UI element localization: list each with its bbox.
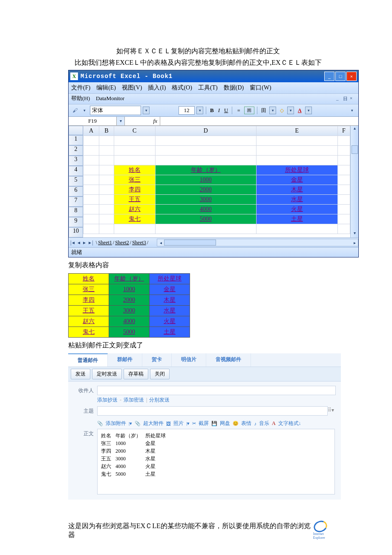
menu-tools[interactable]: 工具(T): [198, 84, 218, 92]
row-header[interactable]: 6: [69, 186, 83, 197]
subject-opts-icon[interactable]: ⠿▾: [328, 407, 335, 415]
ie-icon[interactable]: Internet Explorer: [313, 521, 328, 540]
text-format-link[interactable]: 文字格式↓: [278, 420, 301, 427]
menu-edit[interactable]: 编辑(E): [96, 84, 116, 92]
col-header[interactable]: D: [155, 126, 256, 136]
col-header[interactable]: A: [84, 126, 99, 136]
close-mail-button[interactable]: 关闭: [150, 369, 170, 379]
tab-postcard[interactable]: 明信片: [172, 353, 206, 367]
workbook-restore-icon[interactable]: 日: [343, 95, 349, 101]
fontsize-selector[interactable]: 12: [179, 106, 195, 115]
row-header[interactable]: 1: [69, 135, 83, 145]
menu-file[interactable]: 文件(F): [71, 84, 90, 92]
col-header[interactable]: E: [257, 126, 338, 136]
fill-dd-icon[interactable]: ▾: [287, 107, 294, 114]
cell: 年龄（岁）: [155, 165, 256, 175]
tab-normal-mail[interactable]: 普通邮件: [68, 353, 108, 367]
cell: 3000: [155, 195, 256, 205]
menu-format[interactable]: 格式(O): [172, 84, 192, 92]
sheet-nav-buttons[interactable]: |◂ ◂ ▸ ▸|: [69, 240, 96, 246]
mail-body-editor[interactable]: 姓名年龄（岁）所处星球 张三1000金星 李四2000木星 王五3000水星 赵…: [97, 429, 335, 494]
row-header[interactable]: 10: [69, 227, 83, 237]
music-link[interactable]: 音乐: [259, 420, 269, 427]
col-header[interactable]: F: [337, 126, 350, 136]
select-all-corner[interactable]: [69, 126, 83, 135]
clip-icon: 📎: [97, 421, 103, 426]
screenshot-link[interactable]: 截屏: [199, 420, 209, 427]
music-icon: ♪: [254, 421, 257, 426]
row-header[interactable]: 7: [69, 197, 83, 207]
font-selector[interactable]: 宋体: [90, 106, 141, 115]
font-color-icon[interactable]: A: [296, 107, 303, 114]
format-painter-icon[interactable]: 🖌: [71, 107, 79, 114]
scroll-up-icon[interactable]: ▴: [351, 126, 358, 133]
toolbar-opts2-icon[interactable]: ▾: [348, 107, 356, 114]
send-separately-link[interactable]: 分别发送: [149, 397, 170, 403]
add-cc-link[interactable]: 添加抄送: [97, 397, 118, 403]
tab-greeting-card[interactable]: 贺卡: [142, 353, 172, 367]
row-header[interactable]: 9: [69, 217, 83, 227]
workbook-close-icon[interactable]: ×: [350, 95, 356, 101]
row-header[interactable]: 5: [69, 176, 83, 186]
align-left-icon[interactable]: ≡: [235, 107, 242, 114]
sheet-tab[interactable]: Sheet1: [97, 240, 113, 246]
workbook-minimize-icon[interactable]: _: [336, 95, 342, 101]
big-attachment-link[interactable]: 超大附件: [143, 420, 164, 427]
merge-center-icon[interactable]: 圉: [244, 107, 254, 114]
add-bcc-link[interactable]: 添加密送: [124, 397, 144, 403]
fontcolor-dd-icon[interactable]: ▾: [305, 107, 312, 114]
menu-help[interactable]: 帮助(H): [71, 95, 90, 102]
formula-input[interactable]: [160, 117, 358, 125]
horizontal-scrollbar[interactable]: ◂ ▸: [157, 239, 358, 246]
font-dropdown-icon[interactable]: ▾: [143, 107, 150, 114]
borders-dd-icon[interactable]: ▾: [269, 107, 276, 114]
toolbar-opts-icon[interactable]: ▾: [81, 107, 88, 114]
menu-insert[interactable]: 插入(I): [148, 84, 166, 92]
excel-menubar-2: 帮助(H) DataMonitor _ 日 ×: [69, 94, 358, 104]
sheet-tab[interactable]: Sheet2: [114, 240, 130, 246]
save-draft-button[interactable]: 存草稿: [124, 369, 148, 379]
add-attachment-link[interactable]: 添加附件: [106, 420, 126, 427]
row-header[interactable]: 4: [69, 166, 83, 176]
tab-av-mail[interactable]: 音视频邮件: [206, 353, 251, 367]
scroll-down-icon[interactable]: ▾: [351, 231, 358, 237]
close-button[interactable]: ×: [346, 72, 357, 81]
col-header[interactable]: C: [114, 126, 155, 136]
italic-button[interactable]: I: [217, 107, 221, 114]
recipient-input[interactable]: [97, 386, 336, 395]
vertical-scrollbar[interactable]: ▴ ▾: [350, 126, 358, 237]
minimize-button[interactable]: _: [324, 72, 334, 81]
menu-view[interactable]: 视图(V): [122, 84, 142, 92]
netdisk-link[interactable]: 网盘: [220, 420, 230, 427]
fontsize-dropdown-icon[interactable]: ▾: [196, 107, 203, 114]
row-header[interactable]: 8: [69, 207, 83, 217]
row-header[interactable]: 3: [69, 156, 83, 166]
spreadsheet-grid[interactable]: A B C D E F 姓名年龄（岁）所处星球 张三1000金星 李四2000木…: [83, 126, 350, 234]
scroll-left-icon[interactable]: ◂: [157, 240, 164, 245]
send-button[interactable]: 发送: [71, 369, 90, 379]
menu-data[interactable]: 数据(D): [224, 84, 244, 92]
maximize-button[interactable]: □: [335, 72, 346, 81]
menu-datamonitor[interactable]: DataMonitor: [96, 95, 124, 102]
namebox-dropdown-icon[interactable]: ▾: [117, 117, 125, 125]
hscroll-thumb[interactable]: [164, 240, 216, 246]
subject-label: 主题: [74, 406, 94, 415]
scroll-thumb[interactable]: [352, 145, 358, 154]
col-header[interactable]: B: [99, 126, 114, 136]
emoji-icon: 😊: [233, 421, 239, 426]
underline-button[interactable]: U: [223, 107, 229, 114]
name-box[interactable]: F19: [69, 117, 117, 125]
emoji-link[interactable]: 表情: [241, 420, 251, 427]
subject-input[interactable]: [97, 406, 328, 416]
cell: 李四: [114, 185, 155, 195]
menu-window[interactable]: 窗口(W): [250, 84, 271, 92]
bold-button[interactable]: B: [209, 107, 215, 114]
scroll-right-icon[interactable]: ▸: [351, 240, 358, 245]
fill-color-icon[interactable]: ◇: [278, 107, 285, 114]
borders-icon[interactable]: 田: [260, 107, 268, 114]
photo-link[interactable]: 照片: [173, 420, 184, 427]
tab-group-mail[interactable]: 群邮件: [108, 353, 142, 367]
scheduled-send-button[interactable]: 定时发送: [92, 369, 122, 379]
sheet-tab[interactable]: Sheet3: [131, 240, 147, 246]
row-header[interactable]: 2: [69, 145, 83, 156]
